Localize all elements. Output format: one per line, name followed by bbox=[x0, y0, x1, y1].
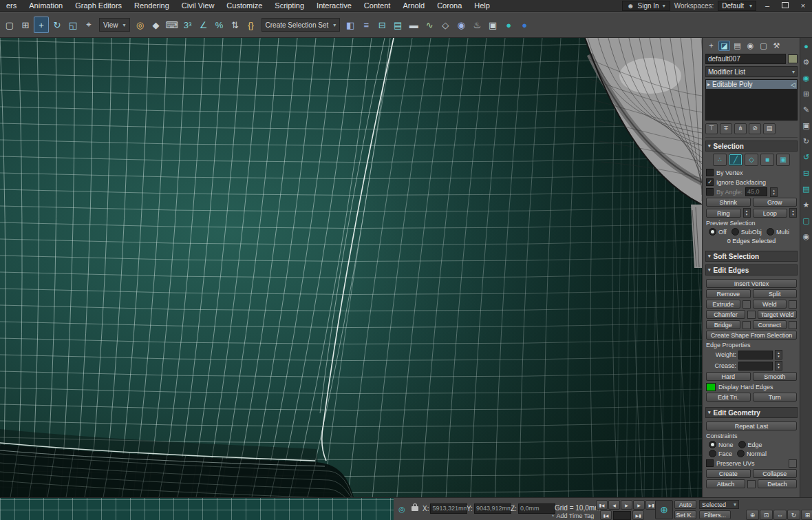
pin-stack-icon[interactable]: ⊤ bbox=[705, 123, 718, 134]
previous-frame-button[interactable]: ◀ bbox=[608, 500, 620, 510]
refresh-icon[interactable]: ↻ bbox=[802, 136, 811, 146]
selected-dropdown[interactable]: Selected ▾ bbox=[699, 500, 739, 509]
table-icon[interactable]: ⊟ bbox=[802, 168, 811, 178]
modifier-list-dropdown[interactable]: Modifier List ▾ bbox=[705, 66, 798, 77]
select-and-move-icon[interactable]: + bbox=[34, 17, 49, 33]
attach-button[interactable]: Attach bbox=[706, 479, 745, 488]
y-coordinate-field[interactable]: 9043,912mm bbox=[474, 503, 511, 514]
material-sphere-icon[interactable]: ◉ bbox=[802, 73, 811, 83]
constraint-normal-radio[interactable] bbox=[737, 450, 745, 457]
corona-vfb-icon[interactable]: ● bbox=[517, 17, 532, 33]
by-angle-spinner[interactable]: ▴▾ bbox=[770, 187, 778, 197]
menu-item-help[interactable]: Help bbox=[468, 1, 496, 10]
weight-spinner[interactable]: ▴▾ bbox=[775, 350, 782, 360]
view-dropdown[interactable]: View▾ bbox=[99, 18, 130, 32]
loop-button[interactable]: Loop bbox=[753, 209, 788, 218]
turn-button[interactable]: Turn bbox=[753, 393, 798, 402]
schematic-view-icon[interactable]: ◇ bbox=[438, 17, 453, 33]
play-button[interactable]: ▶ bbox=[621, 500, 632, 510]
create-button[interactable]: Create bbox=[706, 469, 751, 478]
display-hard-edges-checkbox[interactable]: Display Hard Edges bbox=[706, 382, 797, 391]
hard-edge-color-swatch[interactable] bbox=[706, 383, 716, 391]
gear-icon[interactable]: ⚙ bbox=[802, 57, 811, 67]
collapse-button[interactable]: Collapse bbox=[753, 469, 798, 478]
crease-field[interactable] bbox=[738, 362, 773, 371]
modify-tab[interactable]: ◪ bbox=[718, 41, 730, 51]
configure-modifier-sets-icon[interactable]: ▤ bbox=[763, 123, 776, 134]
maximize-button[interactable] bbox=[778, 1, 792, 10]
polygon-subobject-icon[interactable]: ■ bbox=[760, 154, 774, 166]
bridge-settings-button[interactable] bbox=[742, 321, 751, 329]
preserve-uvs-settings-button[interactable] bbox=[789, 459, 797, 468]
angle-snap-icon[interactable]: ∠ bbox=[196, 17, 211, 33]
chamfer-button[interactable]: Chamfer bbox=[706, 310, 745, 319]
curve-editor-icon[interactable]: ∿ bbox=[422, 17, 437, 33]
panel-icon[interactable]: ▣ bbox=[802, 121, 811, 130]
preserve-uvs-checkbox[interactable]: Preserve UVs bbox=[706, 459, 797, 468]
insert-vertex-button[interactable]: Insert Vertex bbox=[706, 279, 797, 288]
selection-rollout-header[interactable]: ▾ Selection bbox=[705, 141, 798, 152]
menu-item-animation[interactable]: Animation bbox=[23, 1, 69, 10]
pencil-icon[interactable]: ✎ bbox=[802, 105, 811, 114]
preview-multi-radio[interactable] bbox=[767, 228, 774, 236]
layout-icon[interactable]: ▤ bbox=[802, 184, 811, 194]
render-production-icon[interactable]: ● bbox=[501, 17, 516, 33]
select-by-name-icon[interactable]: ⊞ bbox=[18, 17, 33, 33]
render-setup-icon[interactable]: ♨ bbox=[469, 17, 484, 33]
next-frame-button[interactable]: ▶ bbox=[633, 500, 645, 510]
x-coordinate-field[interactable]: 5913,321mm bbox=[430, 503, 467, 514]
mirror-icon[interactable]: ◧ bbox=[343, 17, 358, 33]
weight-field[interactable] bbox=[738, 351, 773, 360]
use-pivot-point-icon[interactable]: ◎ bbox=[133, 17, 148, 33]
select-and-scale-icon[interactable]: ◱ bbox=[65, 17, 81, 33]
utilities-tab[interactable]: ⚒ bbox=[771, 41, 782, 51]
layer-explorer-icon[interactable]: ▤ bbox=[390, 17, 405, 33]
key-filters-button[interactable]: Filters... bbox=[699, 510, 731, 519]
target-weld-button[interactable]: Target Weld bbox=[758, 310, 797, 319]
connect-settings-button[interactable] bbox=[789, 321, 797, 329]
isolate-selection-icon[interactable]: ◎ bbox=[396, 503, 407, 514]
make-unique-icon[interactable]: ⋔ bbox=[734, 123, 747, 134]
menu-item-content[interactable]: Content bbox=[358, 1, 397, 10]
zoom-extents-icon[interactable]: ⊡ bbox=[760, 510, 773, 520]
expand-arrow-icon[interactable]: ▸ bbox=[707, 81, 710, 87]
snap-toggle-icon[interactable]: 3³ bbox=[180, 17, 195, 33]
maximize-viewport-icon[interactable]: ⊞ bbox=[801, 510, 812, 520]
menu-item-graph-editors[interactable]: Graph Editors bbox=[69, 1, 128, 10]
keyboard-override-icon[interactable]: ⌨ bbox=[164, 17, 180, 33]
spinner-snap-icon[interactable]: ⇅ bbox=[228, 17, 243, 33]
repeat-last-button[interactable]: Repeat Last bbox=[706, 422, 797, 430]
edit-edges-rollout-header[interactable]: ▾ Edit Edges bbox=[705, 264, 798, 275]
weld-settings-button[interactable] bbox=[789, 300, 797, 309]
menu-item-customize[interactable]: Customize bbox=[220, 1, 268, 10]
orbit-icon[interactable]: ↻ bbox=[787, 510, 800, 520]
sphere-icon[interactable]: ● bbox=[802, 41, 811, 51]
weld-button[interactable]: Weld bbox=[753, 300, 787, 309]
viewport[interactable] bbox=[0, 38, 702, 497]
previous-key-button[interactable]: ▮◀ bbox=[600, 510, 612, 520]
by-vertex-checkbox[interactable]: By Vertex bbox=[706, 168, 797, 177]
ring-spinner[interactable]: ▴▾ bbox=[743, 208, 751, 218]
selection-set-dropdown[interactable]: Create Selection Set▾ bbox=[261, 18, 341, 32]
select-and-place-icon[interactable]: ⌖ bbox=[81, 17, 96, 33]
bridge-button[interactable]: Bridge bbox=[706, 320, 740, 329]
pan-hand-icon[interactable]: ⇔ bbox=[773, 510, 787, 520]
rotate-icon[interactable]: ↺ bbox=[802, 152, 811, 162]
selection-lock-icon[interactable] bbox=[412, 506, 418, 511]
close-button[interactable]: × bbox=[796, 1, 810, 10]
by-angle-checkbox[interactable]: By Angle: 45,0 ▴▾ bbox=[706, 187, 797, 196]
object-color-swatch[interactable] bbox=[788, 54, 798, 63]
selection-region-icon[interactable]: ▢ bbox=[2, 17, 17, 33]
edge-subobject-icon[interactable]: ╱ bbox=[729, 154, 742, 166]
grow-button[interactable]: Grow bbox=[753, 198, 798, 207]
border-subobject-icon[interactable]: ◇ bbox=[745, 154, 758, 166]
motion-tab[interactable]: ◉ bbox=[745, 41, 756, 51]
object-name-field[interactable]: default007 bbox=[705, 54, 786, 64]
constraint-none-radio[interactable] bbox=[709, 441, 716, 448]
hierarchy-tab[interactable]: ▤ bbox=[731, 41, 743, 51]
workspace-dropdown[interactable]: Default ▾ bbox=[718, 1, 756, 11]
extrude-button[interactable]: Extrude bbox=[706, 300, 740, 309]
monitor-icon[interactable]: ▢ bbox=[802, 216, 811, 225]
extrude-settings-button[interactable] bbox=[742, 300, 751, 309]
add-time-tag[interactable]: ◔ Add Time Tag bbox=[551, 512, 594, 519]
